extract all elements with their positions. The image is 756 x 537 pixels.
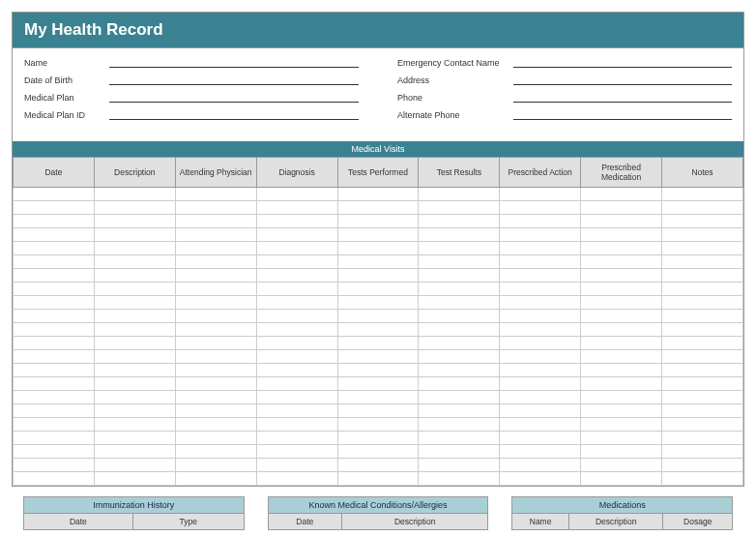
table-cell[interactable] xyxy=(256,377,337,391)
table-cell[interactable] xyxy=(256,459,337,472)
table-cell[interactable] xyxy=(337,445,419,459)
table-cell[interactable] xyxy=(14,323,95,337)
table-cell[interactable] xyxy=(256,445,337,459)
table-cell[interactable] xyxy=(500,364,581,377)
table-cell[interactable] xyxy=(14,350,95,364)
input-medical-plan-id[interactable] xyxy=(109,108,359,120)
table-row[interactable] xyxy=(14,255,743,269)
table-cell[interactable] xyxy=(581,228,662,242)
table-cell[interactable] xyxy=(94,296,175,310)
table-cell[interactable] xyxy=(175,377,256,391)
table-row[interactable] xyxy=(14,323,743,337)
table-cell[interactable] xyxy=(662,350,743,364)
table-cell[interactable] xyxy=(581,296,662,310)
table-cell[interactable] xyxy=(94,391,175,404)
table-cell[interactable] xyxy=(337,215,419,228)
table-cell[interactable] xyxy=(419,337,500,350)
table-cell[interactable] xyxy=(256,215,337,228)
table-cell[interactable] xyxy=(662,296,743,310)
table-cell[interactable] xyxy=(581,255,662,269)
table-cell[interactable] xyxy=(256,391,337,404)
table-cell[interactable] xyxy=(581,283,662,296)
table-cell[interactable] xyxy=(337,242,419,255)
table-cell[interactable] xyxy=(662,215,743,228)
table-cell[interactable] xyxy=(419,310,500,323)
table-cell[interactable] xyxy=(337,296,419,310)
table-cell[interactable] xyxy=(94,377,175,391)
table-cell[interactable] xyxy=(175,445,256,459)
table-cell[interactable] xyxy=(94,472,175,486)
table-cell[interactable] xyxy=(662,459,743,472)
input-alternate-phone[interactable] xyxy=(513,108,732,120)
table-row[interactable] xyxy=(14,296,743,310)
table-cell[interactable] xyxy=(14,377,95,391)
table-row[interactable] xyxy=(14,269,743,283)
table-cell[interactable] xyxy=(256,404,337,418)
table-cell[interactable] xyxy=(175,255,256,269)
table-cell[interactable] xyxy=(256,323,337,337)
table-cell[interactable] xyxy=(256,432,337,445)
table-cell[interactable] xyxy=(337,310,419,323)
table-cell[interactable] xyxy=(94,432,175,445)
table-cell[interactable] xyxy=(500,255,581,269)
table-cell[interactable] xyxy=(94,242,175,255)
table-cell[interactable] xyxy=(94,445,175,459)
table-cell[interactable] xyxy=(256,337,337,350)
table-cell[interactable] xyxy=(662,391,743,404)
table-cell[interactable] xyxy=(175,188,256,201)
input-phone[interactable] xyxy=(513,91,732,103)
table-cell[interactable] xyxy=(500,188,581,201)
table-cell[interactable] xyxy=(662,337,743,350)
table-cell[interactable] xyxy=(175,310,256,323)
table-cell[interactable] xyxy=(419,296,500,310)
table-cell[interactable] xyxy=(256,283,337,296)
table-cell[interactable] xyxy=(14,310,95,323)
table-cell[interactable] xyxy=(419,283,500,296)
table-cell[interactable] xyxy=(94,323,175,337)
table-cell[interactable] xyxy=(662,432,743,445)
table-row[interactable] xyxy=(14,337,743,350)
input-emergency-contact[interactable] xyxy=(513,56,732,68)
table-cell[interactable] xyxy=(500,391,581,404)
table-row[interactable] xyxy=(14,418,743,432)
table-cell[interactable] xyxy=(419,255,500,269)
table-row[interactable] xyxy=(14,377,743,391)
table-row[interactable] xyxy=(14,445,743,459)
table-cell[interactable] xyxy=(419,228,500,242)
table-cell[interactable] xyxy=(500,310,581,323)
table-cell[interactable] xyxy=(500,242,581,255)
table-cell[interactable] xyxy=(419,445,500,459)
table-cell[interactable] xyxy=(256,364,337,377)
table-cell[interactable] xyxy=(94,269,175,283)
table-cell[interactable] xyxy=(256,310,337,323)
table-cell[interactable] xyxy=(337,377,419,391)
table-cell[interactable] xyxy=(14,228,95,242)
table-cell[interactable] xyxy=(175,350,256,364)
table-cell[interactable] xyxy=(337,404,419,418)
table-cell[interactable] xyxy=(175,296,256,310)
table-row[interactable] xyxy=(14,350,743,364)
table-cell[interactable] xyxy=(662,404,743,418)
table-cell[interactable] xyxy=(14,404,95,418)
table-cell[interactable] xyxy=(419,472,500,486)
table-cell[interactable] xyxy=(500,432,581,445)
table-cell[interactable] xyxy=(581,188,662,201)
table-cell[interactable] xyxy=(419,242,500,255)
table-cell[interactable] xyxy=(500,201,581,215)
table-cell[interactable] xyxy=(581,472,662,486)
table-cell[interactable] xyxy=(14,445,95,459)
table-cell[interactable] xyxy=(337,472,419,486)
table-cell[interactable] xyxy=(14,391,95,404)
table-cell[interactable] xyxy=(662,255,743,269)
table-cell[interactable] xyxy=(662,472,743,486)
table-cell[interactable] xyxy=(256,228,337,242)
table-cell[interactable] xyxy=(337,364,419,377)
table-cell[interactable] xyxy=(94,215,175,228)
table-row[interactable] xyxy=(14,283,743,296)
table-cell[interactable] xyxy=(337,432,419,445)
table-cell[interactable] xyxy=(175,432,256,445)
table-cell[interactable] xyxy=(662,445,743,459)
table-cell[interactable] xyxy=(662,242,743,255)
table-cell[interactable] xyxy=(175,337,256,350)
table-cell[interactable] xyxy=(500,323,581,337)
